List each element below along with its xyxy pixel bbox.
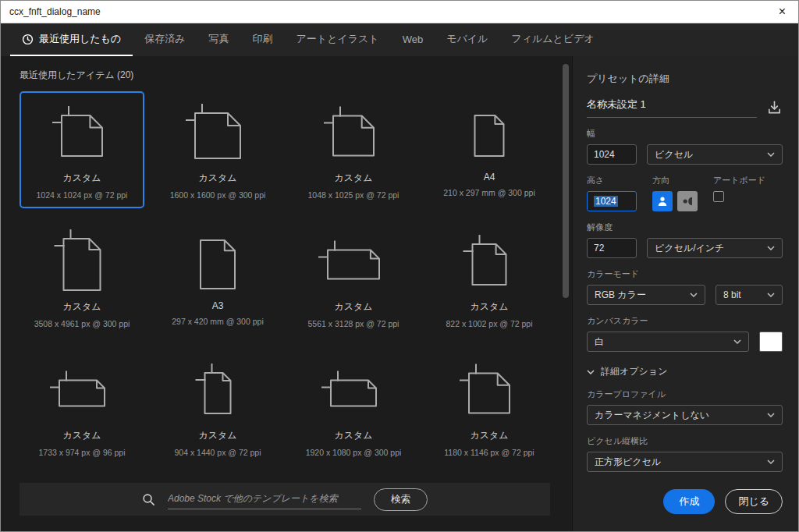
advanced-options-toggle[interactable]: 詳細オプション: [587, 365, 783, 378]
artboard-checkbox[interactable]: [713, 191, 724, 202]
panel-title: プリセットの詳細: [587, 72, 783, 86]
bit-depth-value: 8 bit: [723, 289, 741, 300]
resolution-input[interactable]: 72: [587, 238, 637, 258]
preset-card-4[interactable]: カスタム3508 x 4961 px @ 300 ppi: [20, 220, 144, 337]
document-icon: [44, 96, 119, 171]
tab-label: アートとイラスト: [297, 32, 379, 46]
width-unit-value: ピクセル: [655, 148, 693, 161]
color-mode-select[interactable]: RGB カラー: [587, 285, 705, 305]
color-mode-label: カラーモード: [587, 268, 783, 280]
stock-search-bar: 検索: [20, 483, 550, 516]
chevron-down-icon: [767, 293, 775, 297]
width-unit-select[interactable]: ピクセル: [647, 144, 783, 165]
preset-dimensions: 297 x 420 mm @ 300 ppi: [172, 317, 263, 326]
preset-name: カスタム: [470, 429, 508, 442]
preset-card-9[interactable]: カスタム904 x 1440 px @ 72 ppi: [155, 349, 280, 466]
color-profile-select[interactable]: カラーマネジメントしない: [587, 405, 783, 425]
preset-card-8[interactable]: カスタム1733 x 974 px @ 96 ppi: [20, 349, 144, 466]
document-icon: [44, 353, 119, 428]
preset-dimensions: 5561 x 3128 px @ 72 ppi: [308, 319, 400, 328]
dialog-body: 最近使用したアイテム (20) カスタム1024 x 1024 px @ 72 …: [1, 56, 798, 531]
height-input[interactable]: 1024: [587, 191, 637, 211]
save-preset-icon[interactable]: [766, 99, 783, 118]
category-tab-bar: 最近使用したもの保存済み写真印刷アートとイラストWebモバイルフィルムとビデオ: [1, 23, 798, 56]
preset-dimensions: 1600 x 1600 px @ 300 ppi: [170, 190, 266, 200]
preset-details-panel: プリセットの詳細 名称未設定 1 幅 1024 ピクセル 高さ 1024: [572, 56, 798, 531]
document-icon: [316, 353, 391, 428]
height-value: 1024: [594, 196, 618, 207]
canvas-color-swatch[interactable]: [759, 332, 783, 352]
preset-card-11[interactable]: カスタム1180 x 1146 px @ 72 ppi: [427, 349, 552, 466]
preset-card-5[interactable]: A3297 x 420 mm @ 300 ppi: [155, 220, 280, 337]
preset-dimensions: 1180 x 1146 px @ 72 ppi: [444, 448, 534, 457]
tab-label: 最近使用したもの: [39, 32, 121, 46]
scrollbar[interactable]: [563, 64, 569, 473]
document-icon: [180, 225, 255, 300]
advanced-options-label: 詳細オプション: [601, 365, 667, 378]
portrait-orientation-button[interactable]: [652, 191, 673, 211]
search-button[interactable]: 検索: [374, 488, 428, 511]
landscape-orientation-button[interactable]: [677, 191, 698, 211]
canvas-color-select[interactable]: 白: [587, 332, 749, 352]
tab-label: フィルムとビデオ: [511, 32, 594, 46]
scrollbar-thumb[interactable]: [563, 64, 569, 298]
preset-card-6[interactable]: カスタム5561 x 3128 px @ 72 ppi: [291, 220, 416, 337]
color-profile-label: カラープロファイル: [587, 388, 783, 400]
bit-depth-select[interactable]: 8 bit: [716, 285, 783, 305]
close-icon[interactable]: ×: [775, 5, 790, 18]
preset-name: カスタム: [198, 429, 236, 442]
height-label: 高さ: [587, 175, 637, 186]
preset-dimensions: 1048 x 1025 px @ 72 ppi: [308, 190, 400, 200]
preset-name: カスタム: [334, 429, 372, 442]
dialog-close-button[interactable]: 閉じる: [725, 489, 783, 514]
tab-label: 保存済み: [144, 32, 185, 46]
preset-card-0[interactable]: カスタム1024 x 1024 px @ 72 ppi: [20, 91, 144, 208]
tab-5[interactable]: Web: [391, 23, 435, 56]
resolution-value: 72: [594, 243, 604, 254]
chevron-down-icon: [767, 413, 775, 417]
chevron-down-icon: [767, 459, 775, 464]
artboard-label: アートボード: [713, 175, 765, 186]
tab-1[interactable]: 保存済み: [133, 23, 197, 56]
titlebar: ccx_fnft_dialog_name ×: [1, 1, 798, 23]
tab-2[interactable]: 写真: [197, 23, 241, 56]
preset-dimensions: 3508 x 4961 px @ 300 ppi: [34, 319, 130, 328]
preset-dimensions: 822 x 1002 px @ 72 ppi: [446, 319, 532, 328]
resolution-label: 解像度: [587, 222, 783, 233]
resolution-unit-select[interactable]: ピクセル/インチ: [647, 238, 783, 258]
document-name-field[interactable]: 名称未設定 1: [587, 98, 757, 118]
pixel-aspect-select[interactable]: 正方形ピクセル: [587, 452, 783, 472]
preset-card-7[interactable]: カスタム822 x 1002 px @ 72 ppi: [427, 220, 552, 337]
chevron-down-icon: [587, 370, 595, 374]
preset-card-10[interactable]: カスタム1920 x 1080 px @ 300 ppi: [291, 349, 416, 466]
tab-label: 印刷: [253, 32, 273, 46]
resolution-unit-value: ピクセル/インチ: [655, 242, 724, 255]
preset-name: A3: [212, 300, 224, 311]
tab-3[interactable]: 印刷: [241, 23, 285, 56]
dialog-title: ccx_fnft_dialog_name: [9, 6, 101, 17]
preset-name: カスタム: [62, 172, 101, 185]
preset-dimensions: 210 x 297 mm @ 300 ppi: [443, 188, 534, 197]
tab-6[interactable]: モバイル: [435, 23, 499, 56]
create-button[interactable]: 作成: [663, 489, 715, 514]
width-input[interactable]: 1024: [587, 144, 637, 165]
color-profile-value: カラーマネジメントしない: [595, 409, 709, 422]
document-icon: [44, 225, 119, 300]
landscape-person-icon: [681, 195, 694, 207]
preset-card-2[interactable]: カスタム1048 x 1025 px @ 72 ppi: [291, 91, 416, 208]
action-buttons: 作成 閉じる: [663, 489, 783, 514]
preset-card-1[interactable]: カスタム1600 x 1600 px @ 300 ppi: [155, 91, 280, 208]
document-icon: [180, 96, 255, 171]
tab-7[interactable]: フィルムとビデオ: [499, 23, 605, 56]
document-icon: [180, 353, 255, 428]
pixel-aspect-value: 正方形ピクセル: [595, 456, 661, 469]
preset-card-3[interactable]: A4210 x 297 mm @ 300 ppi: [427, 91, 552, 208]
tab-4[interactable]: アートとイラスト: [285, 23, 391, 56]
tab-0[interactable]: 最近使用したもの: [10, 23, 133, 56]
chevron-down-icon: [767, 152, 775, 157]
document-icon: [452, 225, 527, 300]
stock-search-input[interactable]: [168, 493, 361, 504]
stock-search-input-wrap: [168, 489, 361, 509]
preset-name: カスタム: [470, 300, 508, 314]
preset-name: カスタム: [62, 429, 101, 442]
